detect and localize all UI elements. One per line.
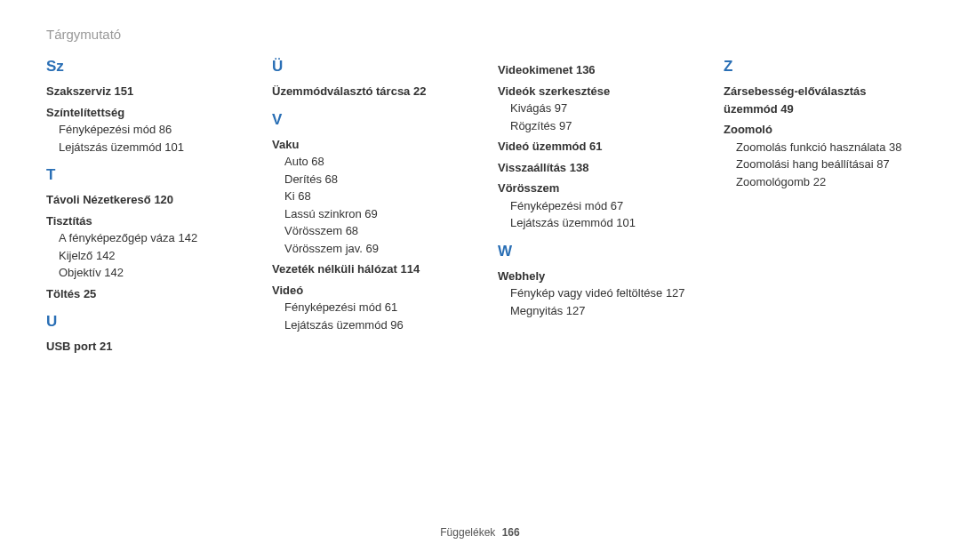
index-col-4: ZZársebesség-előválasztás üzemmód 49Zoom… — [724, 58, 914, 356]
index-subentry: Derítés 68 — [272, 171, 462, 188]
index-entry: Videó üzemmód 61 — [498, 138, 688, 156]
index-subentry: Ki 68 — [272, 188, 462, 205]
index-subentry: Auto 68 — [272, 153, 462, 171]
index-entry: Tisztítás — [46, 212, 236, 230]
index-subentry: Vörösszem jav. 69 — [272, 240, 462, 258]
index-letter-heading: Sz — [46, 58, 236, 76]
index-entry: Színtelítettség — [46, 104, 236, 122]
index-subentry: Zoomolási hang beállításai 87 — [724, 156, 914, 173]
index-subentry: Vörösszem 68 — [272, 222, 462, 240]
index-entry: Vörösszem — [498, 180, 688, 197]
index-entry: Zoomoló — [724, 121, 914, 139]
index-subentry: Lejátszás üzemmód 101 — [498, 214, 688, 232]
index-subentry: Rögzítés 97 — [498, 117, 688, 135]
index-subentry: Zoomológomb 22 — [724, 173, 914, 191]
index-subentry: Lejátszás üzemmód 101 — [46, 139, 236, 156]
index-letter-heading: T — [46, 166, 236, 184]
page-footer: Függelékek 166 — [0, 526, 960, 539]
index-letter-heading: Z — [724, 58, 914, 76]
index-subentry: Kivágás 97 — [498, 100, 688, 117]
index-subentry: Lassú szinkron 69 — [272, 205, 462, 223]
index-entry: Üzemmódválasztó tárcsa 22 — [272, 83, 462, 100]
index-subentry: Objektív 142 — [46, 264, 236, 282]
index-entry: Videokimenet 136 — [498, 61, 688, 79]
index-col-1: SzSzakszerviz 151SzíntelítettségFényképe… — [46, 58, 236, 356]
index-columns: SzSzakszerviz 151SzíntelítettségFényképe… — [46, 58, 914, 356]
page-title: Tárgymutató — [46, 27, 914, 42]
index-entry: Videó — [272, 282, 462, 300]
index-subentry: Fényképezési mód 61 — [272, 299, 462, 316]
index-letter-heading: Ü — [272, 58, 462, 76]
index-entry: Visszaállítás 138 — [498, 159, 688, 177]
index-entry: Távoli Nézetkereső 120 — [46, 191, 236, 209]
index-subentry: A fényképezőgép váza 142 — [46, 229, 236, 247]
index-subentry: Megnyitás 127 — [498, 302, 688, 320]
index-entry: Zársebesség-előválasztás üzemmód 49 — [724, 83, 914, 117]
index-entry: Szakszerviz 151 — [46, 83, 236, 100]
index-entry: USB port 21 — [46, 338, 236, 356]
footer-label: Függelékek — [440, 526, 495, 539]
index-subentry: Kijelző 142 — [46, 247, 236, 265]
footer-page-number: 166 — [502, 526, 520, 539]
index-col-3: Videokimenet 136Videók szerkesztéseKivág… — [498, 58, 688, 356]
index-letter-heading: U — [46, 313, 236, 331]
index-letter-heading: V — [272, 111, 462, 129]
index-subentry: Fényképezési mód 86 — [46, 121, 236, 139]
index-letter-heading: W — [498, 243, 688, 260]
index-entry: Webhely — [498, 268, 688, 285]
index-entry: Töltés 25 — [46, 285, 236, 303]
index-col-2: ÜÜzemmódválasztó tárcsa 22VVakuAuto 68De… — [272, 58, 462, 356]
index-subentry: Fényképezési mód 67 — [498, 197, 688, 215]
index-subentry: Zoomolás funkció használata 38 — [724, 139, 914, 156]
index-subentry: Lejátszás üzemmód 96 — [272, 316, 462, 334]
index-entry: Videók szerkesztése — [498, 83, 688, 100]
index-subentry: Fénykép vagy videó feltöltése 127 — [498, 284, 688, 302]
index-entry: Vezeték nélküli hálózat 114 — [272, 260, 462, 278]
index-entry: Vaku — [272, 136, 462, 154]
